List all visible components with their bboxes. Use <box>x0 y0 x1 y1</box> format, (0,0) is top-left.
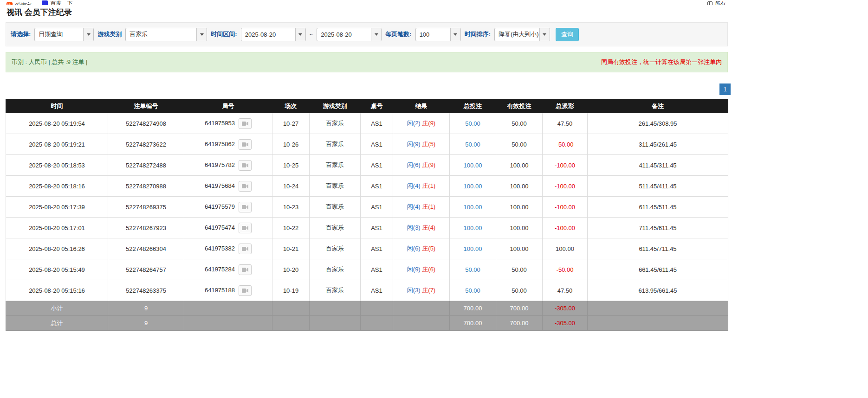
video-replay-button[interactable] <box>239 181 252 192</box>
video-replay-icon <box>242 246 249 251</box>
table-row: 2025-08-20 05:19:54522748274908641975953… <box>6 113 728 134</box>
cell-total-bet: 50.00 <box>450 113 496 134</box>
video-replay-icon <box>242 205 249 210</box>
cell-payout: 100.00 <box>543 238 588 259</box>
total-bet-link[interactable]: 50.00 <box>465 141 480 148</box>
valid-bet-notice: 同局有效投注，统一计算在该局第一张注单内 <box>601 58 722 66</box>
time-sort-value: 降幂(由大到小) <box>495 28 539 41</box>
bookmarks-sidebar-icon <box>707 1 713 5</box>
bookmark-baidu[interactable]: 百度一下 <box>42 0 72 5</box>
chevron-down-icon[interactable] <box>83 28 93 41</box>
all-bookmarks-button[interactable]: 所有 <box>707 0 726 5</box>
cell-round: 641975684 <box>184 176 272 197</box>
total-bet-link[interactable]: 100.00 <box>464 204 482 211</box>
bookmark-aitaobao[interactable]: 淘 爱淘宝 <box>6 1 32 5</box>
game-type-select[interactable]: 百家乐 <box>125 28 207 41</box>
chevron-down-icon[interactable] <box>196 28 207 41</box>
video-replay-button[interactable] <box>239 139 252 150</box>
cell-payout: 47.50 <box>543 280 588 301</box>
cell-valid-bet: 50.00 <box>496 280 543 301</box>
video-replay-icon <box>242 267 249 272</box>
cell-result: 闲(9) 庄(5) <box>393 134 450 155</box>
page-size-select[interactable]: 100 <box>415 28 461 41</box>
payout-value: -50.00 <box>557 141 574 148</box>
cell-table-no: AS1 <box>361 197 393 218</box>
time-sort-select[interactable]: 降幂(由大到小) <box>494 28 550 41</box>
cell-table-no: AS1 <box>361 155 393 176</box>
chevron-down-icon[interactable] <box>371 28 381 41</box>
cell-valid-bet: 50.00 <box>496 259 543 280</box>
date-from-select[interactable]: 2025-08-20 <box>241 28 306 41</box>
bookmarks-left: 淘 爱淘宝 百度一下 <box>6 0 81 5</box>
cell-payout: -100.00 <box>543 218 588 238</box>
cell-time: 2025-08-20 05:15:49 <box>6 259 108 280</box>
chevron-down-icon[interactable] <box>450 28 460 41</box>
video-replay-button[interactable] <box>239 285 252 296</box>
total-bet-link[interactable]: 50.00 <box>465 287 480 294</box>
cell-table-no: AS1 <box>361 218 393 238</box>
query-type-select[interactable]: 日期查询 <box>34 28 94 41</box>
result-player: 闲(3) <box>407 224 421 231</box>
cell-game-type: 百家乐 <box>310 218 361 238</box>
video-replay-button[interactable] <box>239 202 252 212</box>
cell-valid-bet: 100.00 <box>496 176 543 197</box>
result-banker: 庄(9) <box>422 120 435 127</box>
cell-total-bet: 100.00 <box>450 176 496 197</box>
total-bet-link[interactable]: 100.00 <box>464 245 482 252</box>
cell-bet-id: 522748272488 <box>108 155 184 176</box>
cell-result: 闲(6) 庄(9) <box>393 155 450 176</box>
column-header: 桌号 <box>361 99 393 113</box>
bookmarks-bar: 淘 爱淘宝 百度一下 所有 <box>6 0 728 5</box>
date-range-separator: ~ <box>310 31 313 38</box>
date-to-select[interactable]: 2025-08-20 <box>317 28 382 41</box>
bookmark-label: 百度一下 <box>50 0 72 5</box>
column-header: 有效投注 <box>496 99 543 113</box>
footer-payout: -305.00 <box>543 316 588 331</box>
cell-note: 261.45/308.95 <box>588 113 728 134</box>
total-bet-link[interactable]: 50.00 <box>465 120 480 127</box>
video-replay-icon <box>242 121 249 126</box>
grand-total-row: 总计9700.00700.00-305.00 <box>6 316 728 331</box>
cell-game-type: 百家乐 <box>310 113 361 134</box>
all-bookmarks-label: 所有 <box>715 0 726 5</box>
cell-session: 10-25 <box>272 155 310 176</box>
total-bet-link[interactable]: 100.00 <box>464 225 482 231</box>
result-banker: 庄(5) <box>422 141 435 148</box>
video-replay-button[interactable] <box>239 223 252 233</box>
table-foot: 小计9700.00700.00-305.00总计9700.00700.00-30… <box>6 301 728 331</box>
cell-round: 641975953 <box>184 113 272 134</box>
column-header: 备注 <box>588 99 728 113</box>
video-replay-button[interactable] <box>239 244 252 254</box>
cell-payout: -100.00 <box>543 155 588 176</box>
total-bet-link[interactable]: 100.00 <box>464 162 482 169</box>
result-player: 闲(3) <box>407 287 421 294</box>
video-replay-button[interactable] <box>239 264 252 275</box>
cell-game-type: 百家乐 <box>310 280 361 301</box>
table-header-row: 时间注单编号局号场次游戏类别桌号结果总投注有效投注总派彩备注 <box>6 99 728 113</box>
video-replay-icon <box>242 163 249 168</box>
cell-bet-id: 522748263375 <box>108 280 184 301</box>
chevron-down-icon[interactable] <box>295 28 305 41</box>
column-header: 局号 <box>184 99 272 113</box>
page-size-label: 每页笔数: <box>385 30 411 39</box>
cell-round: 641975284 <box>184 259 272 280</box>
total-bet-link[interactable]: 100.00 <box>464 183 482 190</box>
video-replay-button[interactable] <box>239 160 252 171</box>
payout-value: -50.00 <box>557 266 574 273</box>
taobao-icon: 淘 <box>6 2 13 5</box>
cell-total-bet: 100.00 <box>450 197 496 218</box>
page-button-1[interactable]: 1 <box>719 83 731 95</box>
cell-game-type: 百家乐 <box>310 197 361 218</box>
pagination: 1 <box>6 83 731 95</box>
baidu-icon <box>42 0 48 5</box>
cell-bet-id: 522748269375 <box>108 197 184 218</box>
total-bet-link[interactable]: 50.00 <box>465 266 480 273</box>
cell-note: 613.95/661.45 <box>588 280 728 301</box>
subtotal-row: 小计9700.00700.00-305.00 <box>6 301 728 316</box>
query-button[interactable]: 查询 <box>556 28 579 41</box>
chevron-down-icon[interactable] <box>539 28 550 41</box>
cell-session: 10-26 <box>272 134 310 155</box>
cell-result: 闲(4) 庄(1) <box>393 176 450 197</box>
video-replay-button[interactable] <box>239 118 252 129</box>
column-header: 结果 <box>393 99 450 113</box>
